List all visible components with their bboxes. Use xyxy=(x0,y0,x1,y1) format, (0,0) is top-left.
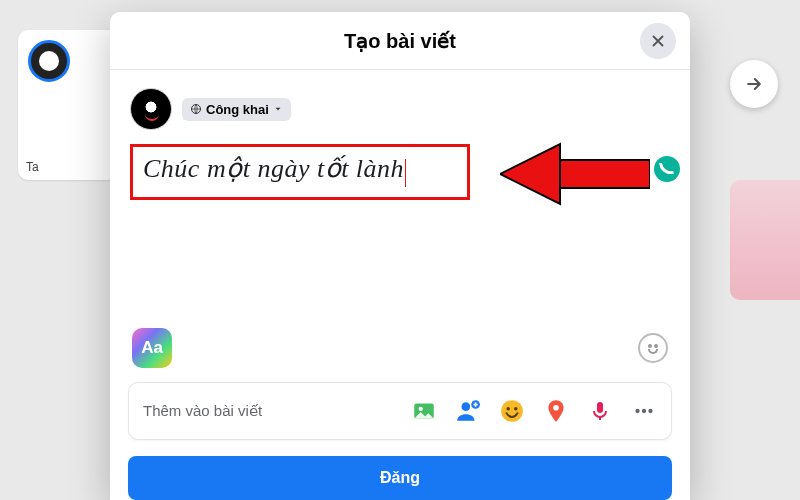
stories-next-button[interactable] xyxy=(730,60,778,108)
modal-header: Tạo bài viết xyxy=(110,12,690,70)
post-text: Chúc một ngày tốt lành xyxy=(143,154,404,183)
svg-point-14 xyxy=(648,409,652,413)
post-button[interactable]: Đăng xyxy=(128,456,672,500)
svg-marker-2 xyxy=(500,144,560,204)
svg-point-5 xyxy=(462,402,471,411)
privacy-label: Công khai xyxy=(206,102,269,117)
status-indicator-icon[interactable] xyxy=(654,156,680,182)
svg-rect-11 xyxy=(597,402,603,413)
text-caret xyxy=(405,159,406,187)
caret-down-icon xyxy=(273,104,283,114)
more-button[interactable] xyxy=(631,398,657,424)
attach-row[interactable]: Thêm vào bài viết xyxy=(128,382,672,440)
user-row: Công khai xyxy=(110,70,690,134)
svg-point-13 xyxy=(642,409,646,413)
microphone-icon xyxy=(588,399,612,423)
aa-label: Aa xyxy=(141,338,163,358)
svg-point-10 xyxy=(553,405,559,411)
more-dots-icon xyxy=(631,398,657,424)
close-icon xyxy=(649,32,667,50)
story-label: Ta xyxy=(26,160,39,174)
check-in-button[interactable] xyxy=(543,398,569,424)
attach-label: Thêm vào bài viết xyxy=(143,402,262,420)
svg-point-12 xyxy=(635,409,639,413)
story-card[interactable]: Ta xyxy=(18,30,118,180)
annotation-arrow-icon xyxy=(500,138,650,208)
emoji-button[interactable] xyxy=(638,333,668,363)
globe-icon xyxy=(190,103,202,115)
feeling-button[interactable] xyxy=(499,398,525,424)
background-decoration xyxy=(730,180,800,300)
svg-point-9 xyxy=(514,407,517,410)
person-plus-icon xyxy=(455,398,481,424)
photo-icon xyxy=(411,398,437,424)
photo-video-button[interactable] xyxy=(411,398,437,424)
svg-point-7 xyxy=(501,400,523,422)
location-pin-icon xyxy=(543,398,569,424)
svg-point-8 xyxy=(506,407,509,410)
arrow-right-icon xyxy=(744,74,764,94)
tag-people-button[interactable] xyxy=(455,398,481,424)
background-style-button[interactable]: Aa xyxy=(132,328,172,368)
post-textarea[interactable]: Chúc một ngày tốt lành xyxy=(130,144,670,200)
user-avatar[interactable] xyxy=(130,88,172,130)
backdrop: Ta Tạo bài viết Công khai Chúc một xyxy=(0,0,800,500)
story-avatar xyxy=(28,40,70,82)
smile-icon xyxy=(648,349,658,354)
close-button[interactable] xyxy=(640,23,676,59)
modal-title: Tạo bài viết xyxy=(344,29,456,53)
create-post-modal: Tạo bài viết Công khai Chúc một ngày tốt… xyxy=(110,12,690,500)
feeling-icon xyxy=(499,398,525,424)
attach-icons xyxy=(411,398,657,424)
svg-point-4 xyxy=(419,407,423,411)
format-row: Aa xyxy=(110,328,690,382)
privacy-selector[interactable]: Công khai xyxy=(182,98,291,121)
spacer xyxy=(110,204,690,328)
mic-button[interactable] xyxy=(587,398,613,424)
svg-rect-1 xyxy=(555,160,650,188)
annotation-highlight-box: Chúc một ngày tốt lành xyxy=(130,144,470,200)
post-button-label: Đăng xyxy=(380,469,420,487)
